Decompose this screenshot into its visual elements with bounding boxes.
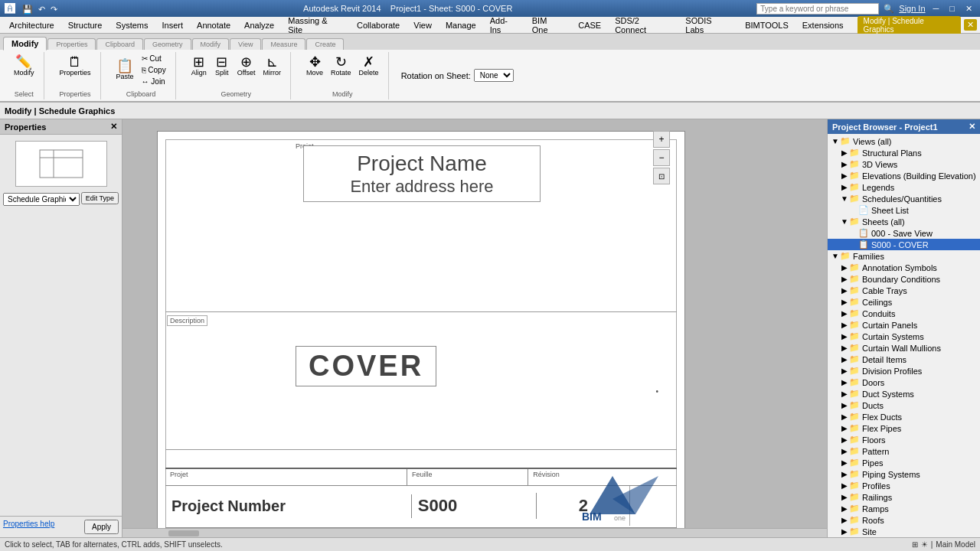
tree-division-profiles[interactable]: ▶ 📁 Division Profiles: [828, 365, 980, 377]
menu-structure[interactable]: Structure: [62, 19, 109, 31]
tree-cable-trays[interactable]: ▶ 📁 Cable Trays: [828, 285, 980, 296]
tree-sheet-list[interactable]: 📄 Sheet List: [828, 204, 980, 216]
zoom-out-btn[interactable]: −: [653, 149, 670, 166]
tab-clipboard[interactable]: Clipboard: [96, 38, 143, 50]
tree-sheet-s000[interactable]: 📋 S000 - COVER: [828, 239, 980, 250]
tree-roofs[interactable]: ▶ 📁 Roofs: [828, 514, 980, 526]
tree-site[interactable]: ▶ 📁 Site: [828, 526, 980, 537]
undo-icon[interactable]: ↶: [37, 5, 47, 14]
sun-icon[interactable]: ☀: [921, 540, 928, 549]
offset-btn[interactable]: ⊕ Offset: [234, 54, 259, 78]
join-btn[interactable]: ↔ Join: [139, 77, 169, 86]
split-btn[interactable]: ⊟ Split: [211, 54, 233, 78]
save-icon[interactable]: 💾: [21, 5, 34, 14]
tab-measure[interactable]: Measure: [262, 38, 305, 50]
tree-pattern[interactable]: ▶ 📁 Pattern: [828, 445, 980, 457]
menu-collaborate[interactable]: Collaborate: [351, 19, 406, 31]
close-btn[interactable]: ✕: [962, 4, 975, 14]
close-contextual-icon[interactable]: ✕: [964, 19, 977, 31]
menu-view[interactable]: View: [407, 19, 438, 31]
maximize-btn[interactable]: □: [946, 4, 958, 13]
tree-sheet-000[interactable]: 📋 000 - Save View: [828, 227, 980, 239]
tree-piping-systems[interactable]: ▶ 📁 Piping Systems: [828, 468, 980, 480]
search-icon[interactable]: 🔍: [884, 4, 894, 14]
menu-bimtools[interactable]: BIMTOOLS: [739, 19, 795, 31]
browser-close-icon[interactable]: ✕: [969, 122, 975, 132]
canvas-area[interactable]: Projet Project Name Enter address here D…: [122, 119, 827, 537]
h-scroll-thumb[interactable]: [168, 530, 199, 536]
tree-ducts[interactable]: ▶ 📁 Ducts: [828, 399, 980, 411]
minimize-btn[interactable]: ─: [930, 4, 942, 13]
tab-create[interactable]: Create: [306, 38, 344, 50]
expand-families-icon[interactable]: ▼: [831, 252, 840, 260]
move-btn[interactable]: ✥ Move: [303, 54, 326, 78]
tree-doors[interactable]: ▶ 📁 Doors: [828, 377, 980, 388]
tree-elevations[interactable]: ▶ 📁 Elevations (Building Elevation): [828, 170, 980, 181]
paste-btn[interactable]: 📋 Paste: [113, 57, 137, 82]
search-input[interactable]: [756, 3, 879, 15]
tree-flex-ducts[interactable]: ▶ 📁 Flex Ducts: [828, 411, 980, 422]
menu-annotate[interactable]: Annotate: [191, 19, 237, 31]
tree-duct-systems[interactable]: ▶ 📁 Duct Systems: [828, 388, 980, 399]
menu-systems[interactable]: Systems: [109, 19, 154, 31]
tab-properties-group[interactable]: Properties: [47, 38, 96, 50]
apply-btn[interactable]: Apply: [84, 520, 119, 534]
menu-insert[interactable]: Insert: [156, 19, 190, 31]
type-selector-dropdown[interactable]: Schedule Graphics (1): [3, 193, 80, 206]
expand-legend-icon[interactable]: ▶: [840, 183, 849, 191]
tree-railings[interactable]: ▶ 📁 Railings: [828, 491, 980, 503]
sign-in-link[interactable]: Sign In: [899, 4, 925, 13]
h-scrollbar[interactable]: [122, 528, 827, 537]
menu-manage[interactable]: Manage: [439, 19, 482, 31]
tree-flex-pipes[interactable]: ▶ 📁 Flex Pipes: [828, 422, 980, 434]
tree-ceilings[interactable]: ▶ 📁 Ceilings: [828, 296, 980, 308]
tab-modify[interactable]: Modify: [3, 37, 47, 51]
tree-pipes[interactable]: ▶ 📁 Pipes: [828, 457, 980, 468]
rotation-select[interactable]: None: [474, 69, 514, 82]
menu-architecture[interactable]: Architecture: [3, 19, 60, 31]
menu-sodis[interactable]: SODIS Labs: [679, 15, 737, 36]
tree-sheets-all[interactable]: ▼ 📁 Sheets (all): [828, 216, 980, 227]
properties-palette-btn[interactable]: 🗒 Properties: [57, 54, 94, 78]
properties-close-icon[interactable]: ✕: [110, 122, 117, 132]
zoom-in-btn[interactable]: +: [653, 131, 670, 148]
menu-analyze[interactable]: Analyze: [238, 19, 280, 31]
tree-boundary-conditions[interactable]: ▶ 📁 Boundary Conditions: [828, 273, 980, 285]
expand-sched-icon[interactable]: ▼: [840, 194, 849, 203]
menu-massing[interactable]: Massing & Site: [282, 15, 349, 36]
rotate-btn[interactable]: ↻ Rotate: [328, 54, 354, 78]
tree-views-all[interactable]: ▼ 📁 Views (all): [828, 135, 980, 147]
zoom-fit-btn[interactable]: ⊡: [653, 168, 670, 184]
tree-curtain-panels[interactable]: ▶ 📁 Curtain Panels: [828, 319, 980, 331]
expand-3d-icon[interactable]: ▶: [840, 160, 849, 168]
cut-btn[interactable]: ✂ Cut: [139, 54, 169, 64]
tree-ramps[interactable]: ▶ 📁 Ramps: [828, 503, 980, 514]
modify-mode-btn[interactable]: ✏️ Modify: [11, 54, 38, 78]
menu-extensions[interactable]: Extensions: [796, 19, 850, 31]
menu-case[interactable]: CASE: [572, 19, 607, 31]
view-cube-icon[interactable]: ⊞: [912, 540, 918, 549]
tree-schedules[interactable]: ▼ 📁 Schedules/Quantities: [828, 193, 980, 204]
tab-geometry[interactable]: Geometry: [144, 38, 191, 50]
contextual-tab-modify[interactable]: Modify | Schedule Graphics: [858, 16, 961, 34]
properties-help-link[interactable]: Properties help: [3, 520, 54, 534]
tree-profiles[interactable]: ▶ 📁 Profiles: [828, 480, 980, 491]
tree-conduits[interactable]: ▶ 📁 Conduits: [828, 308, 980, 319]
delete-btn[interactable]: ✗ Delete: [356, 54, 382, 78]
tree-families[interactable]: ▼ 📁 Families: [828, 250, 980, 262]
tree-3d-views[interactable]: ▶ 📁 3D Views: [828, 158, 980, 170]
tree-curtain-wall-mullions[interactable]: ▶ 📁 Curtain Wall Mullions: [828, 342, 980, 354]
tree-structural-plans[interactable]: ▶ 📁 Structural Plans: [828, 147, 980, 158]
redo-icon[interactable]: ↷: [49, 5, 59, 14]
expand-elev-icon[interactable]: ▶: [840, 171, 849, 180]
tree-legends[interactable]: ▶ 📁 Legends: [828, 181, 980, 193]
tree-detail-items[interactable]: ▶ 📁 Detail Items: [828, 354, 980, 365]
menu-addins[interactable]: Add-Ins: [484, 15, 524, 36]
expand-structural-icon[interactable]: ▶: [840, 148, 849, 157]
tree-curtain-systems[interactable]: ▶ 📁 Curtain Systems: [828, 331, 980, 342]
mirror-btn[interactable]: ⊾ Mirror: [260, 54, 285, 78]
expand-views-icon[interactable]: ▼: [831, 137, 840, 145]
align-btn[interactable]: ⊞ Align: [188, 54, 210, 78]
tree-annotation-symbols[interactable]: ▶ 📁 Annotation Symbols: [828, 262, 980, 273]
copy-btn[interactable]: ⎘ Copy: [139, 65, 169, 75]
